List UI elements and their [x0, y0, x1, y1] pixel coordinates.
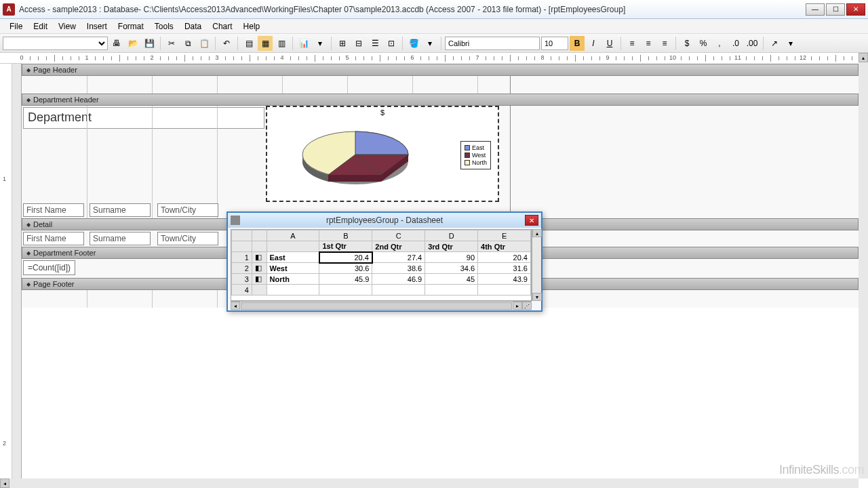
menu-file[interactable]: File: [4, 20, 28, 33]
align-right-icon[interactable]: ≡: [657, 36, 672, 51]
print-icon[interactable]: 🖶: [109, 36, 124, 51]
percent-icon[interactable]: %: [696, 36, 711, 51]
title-bar: A Access - sample2013 : Database- C:\Cli…: [0, 0, 868, 19]
datasheet-title: rptEmployeesGroup - Datasheet: [244, 216, 525, 225]
fill-color-icon[interactable]: 🪣: [406, 36, 421, 51]
angle-text-icon[interactable]: ↗: [767, 36, 782, 51]
chart-title: $: [267, 108, 498, 117]
scroll-thumb[interactable]: [241, 302, 512, 310]
towncity-field[interactable]: Town/City: [157, 232, 218, 245]
department-header-bar[interactable]: Department Header: [22, 94, 859, 106]
copy-icon[interactable]: ⧉: [180, 36, 195, 51]
legend-west: West: [472, 152, 486, 159]
align-center-icon[interactable]: ≡: [641, 36, 656, 51]
menu-help[interactable]: Help: [238, 20, 266, 33]
category-axis-icon[interactable]: ⊞: [335, 36, 350, 51]
surname-field[interactable]: Surname: [90, 232, 151, 245]
main-vertical-scrollbar[interactable]: ▴: [859, 53, 868, 479]
access-app-icon: A: [3, 3, 15, 16]
horizontal-ruler: 0123456789101112: [0, 53, 868, 64]
main-horizontal-scrollbar[interactable]: ◂: [0, 479, 859, 488]
window-title: Access - sample2013 : Database- C:\Clien…: [19, 5, 806, 14]
decrease-decimal-icon[interactable]: .00: [745, 36, 760, 51]
datasheet-grid[interactable]: ABCDE1st Qtr2nd Qtr3rd Qtr4th Qtr1◧East2…: [231, 229, 532, 301]
resize-grip-icon[interactable]: ⋰: [522, 302, 532, 310]
cut-icon[interactable]: ✂: [164, 36, 179, 51]
legend-north: North: [472, 159, 487, 166]
datasheet-icon: [231, 216, 240, 225]
menu-format[interactable]: Format: [113, 20, 149, 33]
chart-object[interactable]: $ East West North: [266, 106, 499, 202]
maximize-button[interactable]: ☐: [826, 3, 845, 16]
menu-insert[interactable]: Insert: [81, 20, 113, 33]
scroll-right-icon[interactable]: ▸: [513, 302, 522, 310]
fill-dropdown-icon[interactable]: ▾: [422, 36, 437, 51]
table-icon[interactable]: ▥: [274, 36, 289, 51]
data-table-icon[interactable]: ⊡: [384, 36, 399, 51]
toolbar: 🖶 📂 💾 ✂ ⧉ 📋 ↶ ▤ ▦ ▥ 📊 ▾ ⊞ ⊟ ☰ ⊡ 🪣 ▾ B I …: [0, 34, 868, 53]
font-selector[interactable]: [445, 37, 540, 50]
surname-label[interactable]: Surname: [90, 203, 151, 217]
page-header-body[interactable]: [22, 76, 859, 94]
firstname-label[interactable]: First Name: [23, 203, 84, 217]
close-button[interactable]: ✕: [846, 3, 865, 16]
menu-bar: File Edit View Insert Format Tools Data …: [0, 19, 868, 34]
open-icon[interactable]: 📂: [125, 36, 140, 51]
section-selector-gutter[interactable]: [12, 64, 22, 479]
department-header-body[interactable]: Department $ East West Nor: [22, 106, 859, 218]
value-axis-icon[interactable]: ⊟: [351, 36, 366, 51]
menu-tools[interactable]: Tools: [149, 20, 179, 33]
size-selector[interactable]: [541, 37, 568, 50]
datasheet-window[interactable]: rptEmployeesGroup - Datasheet ✕ ABCDE1st…: [226, 211, 542, 312]
vertical-ruler: 1 2: [0, 64, 12, 479]
currency-icon[interactable]: $: [679, 36, 694, 51]
increase-decimal-icon[interactable]: .0: [728, 36, 743, 51]
menu-chart[interactable]: Chart: [207, 20, 237, 33]
italic-button[interactable]: I: [586, 36, 601, 51]
main-scroll-left-icon[interactable]: ◂: [0, 479, 9, 488]
menu-data[interactable]: Data: [179, 20, 207, 33]
main-scroll-up-icon[interactable]: ▴: [859, 53, 868, 62]
legend-icon[interactable]: ☰: [368, 36, 382, 51]
department-label-control[interactable]: Department: [23, 107, 264, 129]
chart-legend: East West North: [460, 141, 491, 169]
scroll-up-icon[interactable]: ▴: [532, 229, 542, 237]
count-expression[interactable]: =Count([id]): [23, 260, 75, 275]
datasheet-vertical-scrollbar[interactable]: ▴ ▾: [532, 229, 541, 301]
comma-icon[interactable]: ,: [712, 36, 727, 51]
by-row-icon[interactable]: ▤: [241, 36, 256, 51]
watermark: InfiniteSkills.com: [779, 463, 864, 477]
scroll-left-icon[interactable]: ◂: [231, 302, 240, 310]
datasheet-title-bar[interactable]: rptEmployeesGroup - Datasheet ✕: [228, 213, 541, 228]
legend-east: East: [472, 144, 484, 151]
angle-dropdown-icon[interactable]: ▾: [783, 36, 798, 51]
align-left-icon[interactable]: ≡: [625, 36, 639, 51]
menu-edit[interactable]: Edit: [28, 20, 53, 33]
bold-button[interactable]: B: [570, 36, 585, 51]
datasheet-close-button[interactable]: ✕: [525, 215, 538, 226]
chart-type-icon[interactable]: 📊: [296, 36, 311, 51]
chart-dropdown-icon[interactable]: ▾: [313, 36, 328, 51]
datasheet-horizontal-scrollbar[interactable]: ◂ ▸ ⋰: [231, 301, 532, 310]
undo-icon[interactable]: ↶: [219, 36, 234, 51]
underline-button[interactable]: U: [602, 36, 617, 51]
save-icon[interactable]: 💾: [142, 36, 157, 51]
scroll-down-icon[interactable]: ▾: [532, 293, 542, 301]
menu-view[interactable]: View: [53, 20, 81, 33]
firstname-field[interactable]: First Name: [23, 232, 84, 245]
paste-icon[interactable]: 📋: [197, 36, 212, 51]
by-column-icon[interactable]: ▦: [258, 36, 273, 51]
towncity-label[interactable]: Town/City: [157, 203, 218, 217]
style-selector[interactable]: [3, 37, 108, 50]
pie-chart-icon: [294, 121, 430, 195]
minimize-button[interactable]: —: [806, 3, 825, 16]
page-header-bar[interactable]: Page Header: [22, 64, 859, 76]
